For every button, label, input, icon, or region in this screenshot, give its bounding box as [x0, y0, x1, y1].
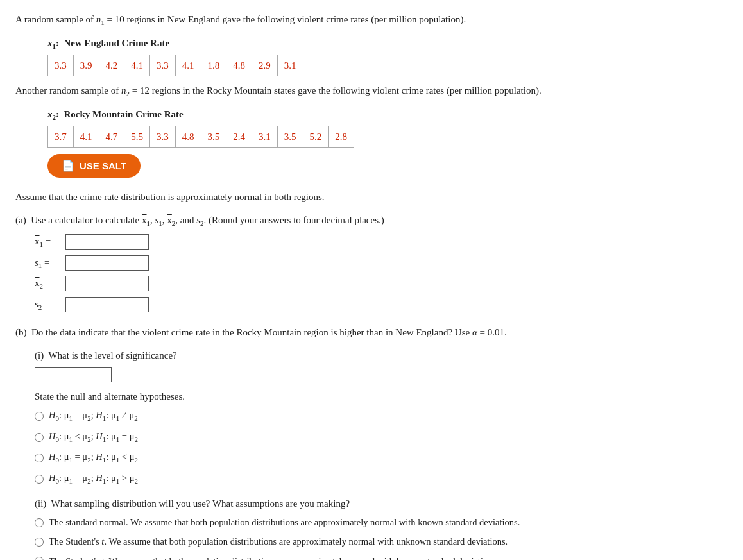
x1bar-input[interactable] [65, 234, 149, 250]
x2-cell: 3.3 [150, 126, 176, 148]
calc-grid: x1 = s1 = x2 = s2 = [35, 233, 728, 313]
x2-table: 3.74.14.75.53.34.83.52.43.13.55.22.8 [47, 126, 354, 148]
part-b-section: (b) Do the data indicate that the violen… [15, 325, 728, 560]
s2-input[interactable] [65, 297, 149, 312]
part-a-label: (a) Use a calculator to calculate x1, s1… [15, 212, 728, 230]
x2-cell: 4.8 [175, 126, 201, 148]
hyp-option-3[interactable]: H0: μ1 = μ2; H1: μ1 < μ2 [35, 450, 728, 466]
part-a-section: (a) Use a calculator to calculate x1, s1… [15, 212, 728, 313]
hyp-option-2-label: H0: μ1 < μ2; H1: μ1 = μ2 [49, 429, 138, 445]
x2-cell: 3.7 [48, 126, 74, 148]
salt-icon: 📄 [62, 160, 74, 172]
hyp-option-2[interactable]: H0: μ1 < μ2; H1: μ1 = μ2 [35, 429, 728, 445]
x2-cell: 5.5 [124, 126, 150, 148]
sampling-radio-1[interactable] [35, 518, 44, 527]
n2-text: n2 [121, 85, 130, 96]
x2bar-label: x2 = [35, 275, 62, 293]
x1-section: x1: New England Crime Rate 3.33.94.24.13… [47, 35, 728, 77]
x1-cell: 3.3 [150, 55, 176, 76]
part-b-label: (b) Do the data indicate that the violen… [15, 325, 728, 340]
x2-section: x2: Rocky Mountain Crime Rate 3.74.14.75… [47, 106, 728, 148]
n1-text: n1 [96, 14, 105, 24]
significance-input[interactable] [35, 367, 112, 382]
salt-button-label: USE SALT [80, 160, 126, 171]
x1bar-label: x1 = [35, 233, 62, 251]
sampling-option-1-label: The standard normal. We assume that both… [49, 515, 520, 530]
use-salt-button[interactable]: 📄 USE SALT [47, 154, 141, 178]
x2-cell: 3.5 [277, 126, 303, 148]
x1-cell: 4.2 [99, 55, 124, 76]
x1-cell: 3.3 [48, 55, 74, 76]
s1-row: s1 = [35, 255, 728, 272]
sampling-option-3[interactable]: The Student's t. We assume that both pop… [35, 554, 728, 560]
hyp-option-3-label: H0: μ1 = μ2; H1: μ1 < μ2 [49, 450, 138, 466]
hypothesis-options: H0: μ1 = μ2; H1: μ1 ≠ μ2 H0: μ1 < μ2; H1… [35, 408, 728, 487]
part-i-section: (i) What is the level of significance? S… [35, 348, 728, 487]
sampling-option-2[interactable]: The Student's t. We assume that both pop… [35, 534, 728, 549]
x1-label: x1: New England Crime Rate [47, 35, 728, 53]
part-ii-section: (ii) What sampling distribution will you… [35, 496, 728, 560]
x2-label: x2: Rocky Mountain Crime Rate [47, 106, 728, 124]
x1-cell: 2.9 [252, 55, 278, 76]
x1-cell: 3.9 [73, 55, 99, 76]
x1-cell: 4.1 [124, 55, 150, 76]
assume-text: Assume that the crime rate distribution … [15, 189, 728, 205]
x1-table: 3.33.94.24.13.34.11.84.82.93.1 [47, 55, 303, 76]
sampling-radio-3[interactable] [35, 557, 44, 560]
sampling-option-3-label: The Student's t. We assume that both pop… [49, 554, 499, 560]
x1-cell: 4.8 [226, 55, 252, 76]
x1-cell: 1.8 [201, 55, 226, 76]
hyp-radio-3[interactable] [35, 454, 44, 462]
x1-cell: 3.1 [277, 55, 303, 76]
x2-cell: 3.5 [201, 126, 226, 148]
s2-label: s2 = [35, 296, 62, 314]
x2-cell: 2.4 [226, 126, 252, 148]
hyp-radio-2[interactable] [35, 433, 44, 442]
hyp-radio-1[interactable] [35, 412, 44, 421]
sampling-radio-2[interactable] [35, 538, 44, 547]
hyp-option-4[interactable]: H0: μ1 = μ2; H1: μ1 > μ2 [35, 471, 728, 487]
s1-input[interactable] [65, 255, 149, 271]
s1-label: s1 = [35, 255, 62, 272]
x1bar-row: x1 = [35, 233, 728, 251]
part-ii-label: (ii) What sampling distribution will you… [35, 496, 728, 511]
intro-line-2: Another random sample of n2 = 12 regions… [15, 83, 728, 100]
sampling-option-2-label: The Student's t. We assume that both pop… [49, 534, 508, 549]
hyp-option-1-label: H0: μ1 = μ2; H1: μ1 ≠ μ2 [49, 408, 138, 424]
x1-cell: 4.1 [175, 55, 201, 76]
hyp-option-1[interactable]: H0: μ1 = μ2; H1: μ1 ≠ μ2 [35, 408, 728, 424]
x2bar-input[interactable] [65, 276, 149, 291]
part-i-label: (i) What is the level of significance? [35, 348, 728, 363]
sampling-options: The standard normal. We assume that both… [35, 515, 728, 560]
hyp-option-4-label: H0: μ1 = μ2; H1: μ1 > μ2 [49, 471, 138, 487]
x2-cell: 4.7 [99, 126, 124, 148]
x2-cell: 2.8 [329, 126, 354, 148]
s2-row: s2 = [35, 296, 728, 314]
x2-cell: 3.1 [252, 126, 278, 148]
state-hyp-text: State the null and alternate hypotheses. [35, 389, 728, 404]
intro-line-1: A random sample of n1 = 10 regions in Ne… [15, 12, 728, 29]
x2bar-row: x2 = [35, 275, 728, 293]
x2-cell: 5.2 [303, 126, 329, 148]
x2-cell: 4.1 [73, 126, 99, 148]
hyp-radio-4[interactable] [35, 475, 44, 484]
sampling-option-1[interactable]: The standard normal. We assume that both… [35, 515, 728, 530]
